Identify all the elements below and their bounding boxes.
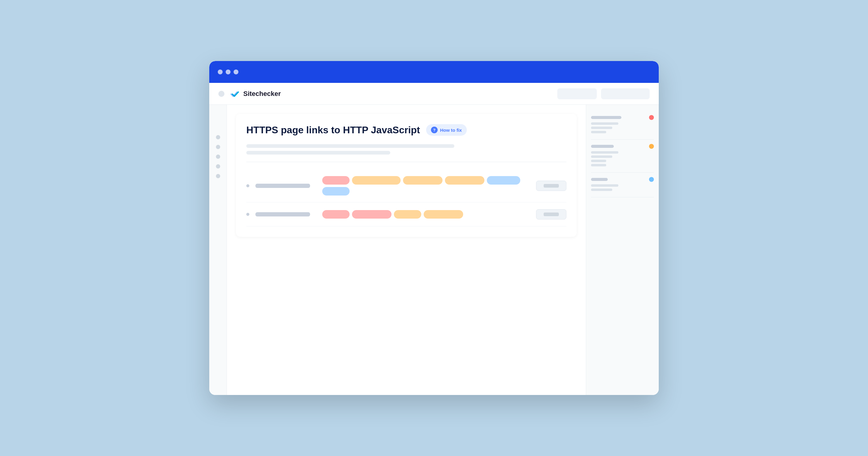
how-to-fix-badge[interactable]: ? How to fix <box>426 124 467 136</box>
page-title: HTTPS page links to HTTP JavaScript <box>246 125 420 136</box>
rs-sub-2a <box>591 151 618 154</box>
browser-titlebar <box>209 61 659 83</box>
table-row-2 <box>246 202 566 226</box>
tag-orange-3 <box>445 176 485 185</box>
rs-section-2 <box>591 140 654 173</box>
tag-pink-3 <box>352 210 392 219</box>
rs-sub-3a <box>591 184 618 187</box>
desc-line-1 <box>246 144 454 148</box>
tag-orange-4 <box>394 210 421 219</box>
browser-dots <box>218 69 239 74</box>
rs-sub-2d <box>591 164 606 166</box>
browser-dot-3 <box>234 69 239 74</box>
right-sidebar <box>586 105 659 395</box>
rs-main-line-3 <box>591 178 608 181</box>
content-card: HTTPS page links to HTTP JavaScript ? Ho… <box>236 114 577 237</box>
row-text-1 <box>255 184 310 188</box>
how-to-fix-icon: ? <box>431 127 438 133</box>
browser-window: Sitechecker HTTPS page links to HTTP Jav… <box>209 61 659 395</box>
nav-button-1[interactable] <box>557 88 597 99</box>
sidebar-nav-dot-4[interactable] <box>216 164 220 168</box>
tag-blue-1 <box>487 176 520 185</box>
sidebar-nav-dot-1[interactable] <box>216 135 220 139</box>
rs-dot-blue <box>649 177 654 182</box>
tag-pink-1 <box>322 176 349 185</box>
rs-sub-2c <box>591 160 606 162</box>
rs-sub-3b <box>591 189 612 191</box>
rs-main-line-1 <box>591 116 621 119</box>
table-row <box>246 169 566 202</box>
browser-content: Sitechecker HTTPS page links to HTTP Jav… <box>209 83 659 395</box>
row-action-btn-2[interactable] <box>536 209 566 220</box>
rs-sub-2b <box>591 156 612 158</box>
nav-circle <box>218 91 224 97</box>
top-nav: Sitechecker <box>209 83 659 105</box>
row-action-btn-1[interactable] <box>536 181 566 191</box>
rs-sub-1a <box>591 122 618 125</box>
nav-actions <box>557 88 650 99</box>
sidebar-nav-dot-5[interactable] <box>216 174 220 178</box>
rs-sub-1b <box>591 127 612 129</box>
tag-pink-2 <box>322 210 349 219</box>
rs-section-1 <box>591 111 654 140</box>
sitechecker-logo-icon <box>230 89 240 99</box>
browser-dot-2 <box>226 69 230 74</box>
row-tags-2 <box>322 210 530 219</box>
sidebar-nav-dot-3[interactable] <box>216 155 220 159</box>
how-to-fix-text: How to fix <box>440 128 462 133</box>
rs-row-1 <box>591 115 654 120</box>
nav-button-2[interactable] <box>601 88 650 99</box>
row-indicator-1 <box>246 184 249 187</box>
rs-dot-red <box>649 115 654 120</box>
sidebar-nav-dot-2[interactable] <box>216 145 220 149</box>
desc-line-2 <box>246 151 390 155</box>
logo-area: Sitechecker <box>230 89 281 99</box>
btn-inner-2 <box>544 213 559 216</box>
rs-sub-1c <box>591 131 606 133</box>
row-text-2 <box>255 212 310 217</box>
btn-inner-1 <box>544 184 559 188</box>
tag-orange-2 <box>403 176 442 185</box>
rs-row-2 <box>591 144 654 149</box>
row-indicator-2 <box>246 213 249 216</box>
rs-dot-orange <box>649 144 654 149</box>
rs-row-3 <box>591 177 654 182</box>
description-area <box>246 144 566 155</box>
tag-orange-5 <box>424 210 463 219</box>
section-divider-1 <box>246 162 566 162</box>
rs-section-3 <box>591 173 654 197</box>
row-tags-1 <box>322 176 530 196</box>
left-sidebar <box>209 105 227 395</box>
rs-main-line-2 <box>591 145 614 148</box>
browser-dot-1 <box>218 69 223 74</box>
tag-blue-2 <box>322 187 349 196</box>
page-title-section: HTTPS page links to HTTP JavaScript ? Ho… <box>246 124 566 136</box>
tag-orange-1 <box>352 176 401 185</box>
logo-text: Sitechecker <box>243 90 281 98</box>
main-content: HTTPS page links to HTTP JavaScript ? Ho… <box>227 105 586 395</box>
